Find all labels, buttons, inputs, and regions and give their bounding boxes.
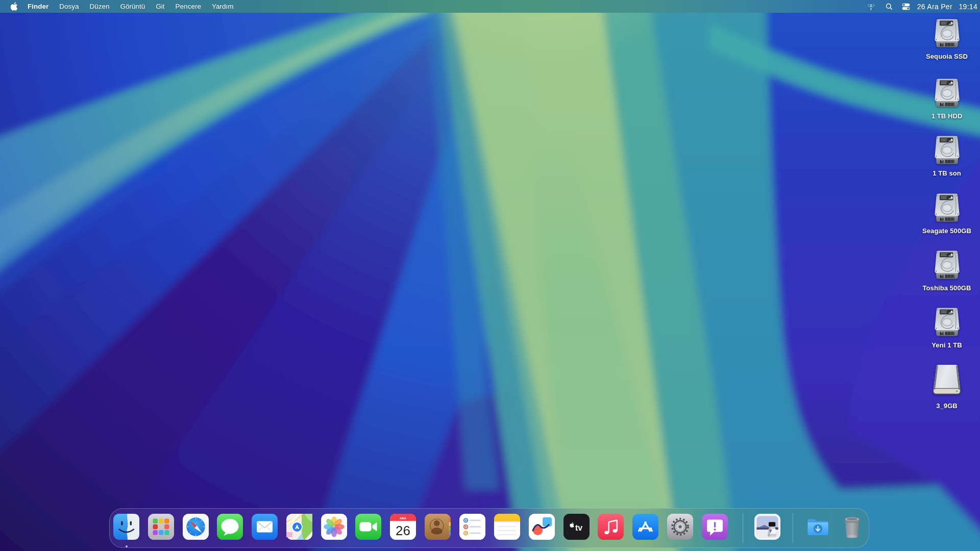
svg-text:26: 26	[396, 523, 410, 538]
svg-text:tv: tv	[575, 523, 582, 532]
svg-text:ARA: ARA	[400, 516, 407, 520]
